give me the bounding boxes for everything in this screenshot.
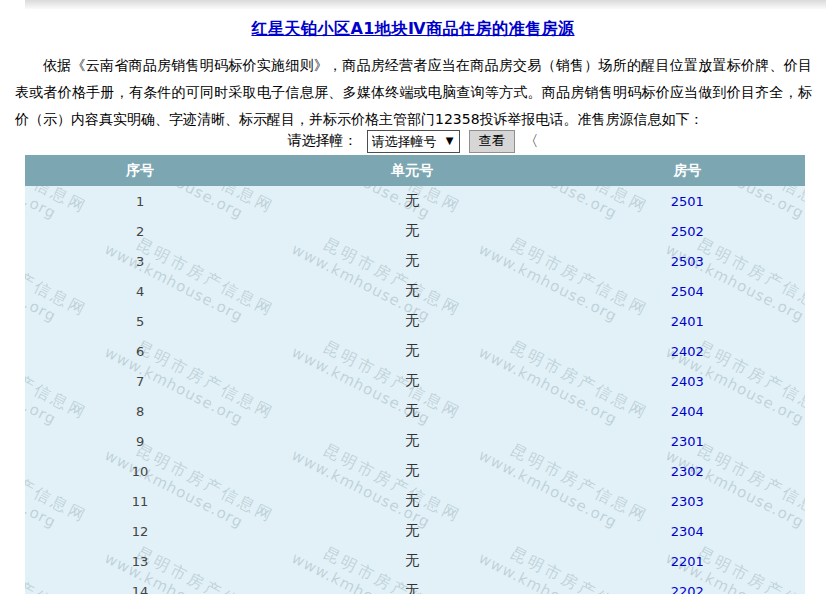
intro-paragraph: 依据《云南省商品房销售明码标价实施细则》，商品房经营者应当在商品房交易（销售）场… [15, 52, 812, 133]
room-number-cell: 2501 [569, 194, 805, 209]
row-number-cell: 7 [25, 374, 255, 389]
room-number-cell: 2402 [569, 344, 805, 359]
unit-number-cell: 无 [255, 372, 569, 390]
table-body: 昆明市房产信息网www.kmhouse.org昆明市房产信息网www.kmhou… [25, 186, 805, 594]
room-number-link[interactable]: 2403 [671, 374, 704, 389]
room-number-link[interactable]: 2504 [671, 284, 704, 299]
unit-number-cell: 无 [255, 252, 569, 270]
unit-number-cell: 无 [255, 192, 569, 210]
building-select[interactable]: 请选择幢号 [367, 130, 460, 153]
room-number-link[interactable]: 2501 [671, 194, 704, 209]
header-room-number: 房号 [569, 162, 805, 180]
room-number-cell: 2504 [569, 284, 805, 299]
table-row: 14无2202 [25, 576, 805, 594]
row-number-cell: 3 [25, 254, 255, 269]
unit-number-cell: 无 [255, 552, 569, 570]
header-serial-number: 序号 [25, 162, 255, 180]
room-number-cell: 2404 [569, 404, 805, 419]
row-number-cell: 11 [25, 494, 255, 509]
room-number-cell: 2201 [569, 554, 805, 569]
room-number-cell: 2202 [569, 584, 805, 594]
unit-number-cell: 无 [255, 402, 569, 420]
room-number-cell: 2403 [569, 374, 805, 389]
room-number-link[interactable]: 2401 [671, 314, 704, 329]
building-select-wrap: 请选择幢号 ▼ [367, 130, 460, 153]
row-number-cell: 4 [25, 284, 255, 299]
unit-number-cell: 无 [255, 582, 569, 594]
table-row: 10无2302 [25, 456, 805, 486]
room-number-link[interactable]: 2402 [671, 344, 704, 359]
row-number-cell: 8 [25, 404, 255, 419]
room-number-link[interactable]: 2202 [671, 584, 704, 594]
table-row: 8无2404 [25, 396, 805, 426]
title-row: 红星天铂小区A1地块Ⅳ商品住房的准售房源 [0, 19, 826, 40]
unit-number-cell: 无 [255, 492, 569, 510]
room-number-link[interactable]: 2304 [671, 524, 704, 539]
room-number-cell: 2302 [569, 464, 805, 479]
table-row: 13无2201 [25, 546, 805, 576]
row-number-cell: 10 [25, 464, 255, 479]
row-number-cell: 13 [25, 554, 255, 569]
building-selector-row: 请选择幢： 请选择幢号 ▼ 查看 〈 [0, 129, 826, 153]
table-header-row: 序号 单元号 房号 [25, 155, 805, 186]
room-number-link[interactable]: 2301 [671, 434, 704, 449]
unit-number-cell: 无 [255, 312, 569, 330]
table-row: 5无2401 [25, 306, 805, 336]
table-row: 6无2402 [25, 336, 805, 366]
row-number-cell: 1 [25, 194, 255, 209]
unit-number-cell: 无 [255, 282, 569, 300]
room-number-link[interactable]: 2201 [671, 554, 704, 569]
header-unit-number: 单元号 [255, 162, 569, 180]
row-number-cell: 6 [25, 344, 255, 359]
row-number-cell: 2 [25, 224, 255, 239]
collapse-chevron-icon[interactable]: 〈 [524, 132, 539, 151]
room-number-cell: 2502 [569, 224, 805, 239]
table-row: 3无2503 [25, 246, 805, 276]
room-number-link[interactable]: 2502 [671, 224, 704, 239]
table-row: 12无2304 [25, 516, 805, 546]
room-number-cell: 2303 [569, 494, 805, 509]
room-number-cell: 2401 [569, 314, 805, 329]
table-row: 9无2301 [25, 426, 805, 456]
unit-number-cell: 无 [255, 522, 569, 540]
room-number-cell: 2301 [569, 434, 805, 449]
table-row: 7无2403 [25, 366, 805, 396]
selector-label: 请选择幢： [288, 132, 358, 150]
row-number-cell: 9 [25, 434, 255, 449]
table-row: 1无2501 [25, 186, 805, 216]
table-row: 4无2504 [25, 276, 805, 306]
row-number-cell: 14 [25, 584, 255, 594]
unit-number-cell: 无 [255, 342, 569, 360]
housing-table: 序号 单元号 房号 昆明市房产信息网www.kmhouse.org昆明市房产信息… [25, 155, 805, 594]
unit-number-cell: 无 [255, 222, 569, 240]
room-number-link[interactable]: 2503 [671, 254, 704, 269]
unit-number-cell: 无 [255, 432, 569, 450]
table-row: 2无2502 [25, 216, 805, 246]
room-number-cell: 2503 [569, 254, 805, 269]
page-title-link[interactable]: 红星天铂小区A1地块Ⅳ商品住房的准售房源 [251, 19, 574, 38]
unit-number-cell: 无 [255, 462, 569, 480]
room-number-link[interactable]: 2302 [671, 464, 704, 479]
room-number-link[interactable]: 2303 [671, 494, 704, 509]
row-number-cell: 12 [25, 524, 255, 539]
room-number-link[interactable]: 2404 [671, 404, 704, 419]
view-button[interactable]: 查看 [469, 130, 515, 153]
room-number-cell: 2304 [569, 524, 805, 539]
table-row: 11无2303 [25, 486, 805, 516]
top-divider [25, 0, 826, 9]
row-number-cell: 5 [25, 314, 255, 329]
